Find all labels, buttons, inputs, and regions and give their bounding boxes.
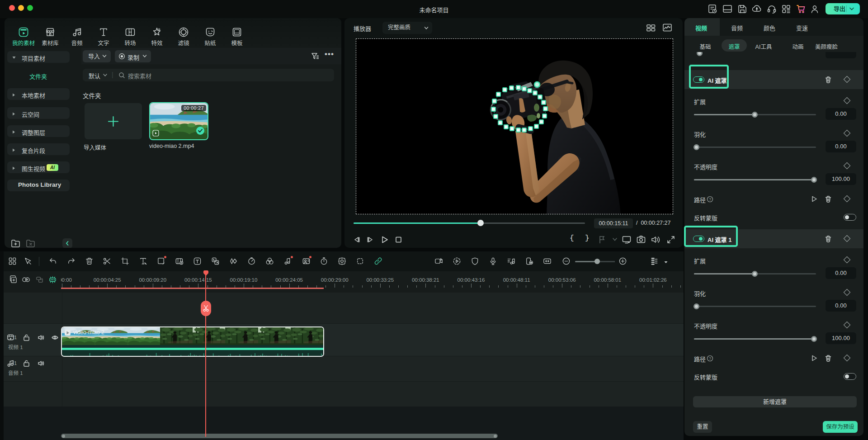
svg-text:?: ? [709, 356, 711, 361]
svg-text:?: ? [709, 197, 711, 202]
